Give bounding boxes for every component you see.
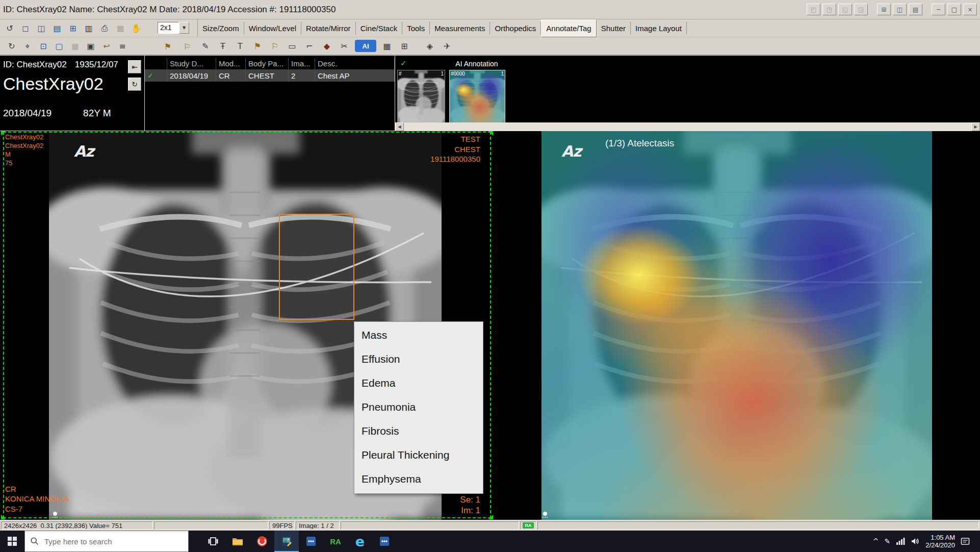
bookmark-outline-button[interactable]: ⚐ — [180, 40, 194, 53]
red-app-button[interactable] — [250, 531, 274, 552]
series-list-button[interactable]: ▥ — [82, 21, 95, 35]
chevron-down-icon[interactable]: ▼ — [179, 22, 189, 34]
arrange-windows-button[interactable]: ▤ — [909, 4, 922, 15]
menu-item-fibrosis[interactable]: Fibrosis — [354, 419, 483, 443]
corner-tool-button[interactable]: ⌐ — [303, 39, 316, 53]
image-viewer-app-button[interactable] — [274, 531, 299, 552]
scroll-left-button[interactable]: ◀ — [395, 122, 404, 131]
blank-tool-2-button[interactable]: ■ — [68, 39, 82, 53]
file-explorer-button[interactable] — [225, 531, 250, 552]
ai-annotation-button[interactable]: AI — [355, 40, 376, 52]
send-tool-button[interactable]: ✈ — [441, 39, 454, 53]
text-tool-2-button[interactable]: T — [234, 39, 247, 53]
maximize-button[interactable]: □ — [947, 4, 961, 15]
header-study-date[interactable]: Study D... — [167, 58, 216, 69]
text-tool-button[interactable]: Ŧ — [216, 39, 229, 53]
header-check-column[interactable] — [145, 58, 167, 69]
start-button[interactable] — [0, 531, 24, 552]
menu-item-pneumonia[interactable]: Pneumonia — [354, 395, 483, 419]
screen-layout-1-button[interactable]: ◰ — [807, 4, 820, 15]
header-body-part[interactable]: Body Pa... — [246, 58, 289, 69]
tab-size-zoom[interactable]: Size/Zoom — [198, 22, 244, 35]
volume-icon[interactable] — [911, 537, 920, 545]
tab-shutter[interactable]: Shutter — [597, 22, 631, 35]
flag-tool-button[interactable]: ⚑ — [251, 39, 264, 53]
show-hidden-icons-button[interactable]: ^ — [873, 537, 879, 545]
ra-app-button[interactable]: RA — [323, 531, 348, 552]
menu-item-effusion[interactable]: Effusion — [354, 347, 483, 371]
tab-annotate-tag[interactable]: Annotate/Tag — [541, 19, 596, 37]
tab-image-layout[interactable]: Image Layout — [631, 22, 687, 35]
probe-button[interactable]: ⌖ — [21, 39, 34, 53]
layout-combo[interactable]: 2x1 ▼ — [158, 22, 189, 34]
tab-orthopedics[interactable]: Orthopedics — [490, 22, 541, 35]
ai-annotation-box[interactable] — [279, 214, 354, 320]
close-button[interactable]: × — [963, 4, 977, 15]
viewport-single-button[interactable]: ◻ — [19, 21, 32, 35]
viewport-original[interactable]: ChestXray02 ChestXray02 M 75 TEST CHEST … — [0, 131, 494, 520]
taskbar-clock[interactable]: 1:05 AM 2/24/2020 — [925, 534, 955, 549]
pan-hand-button[interactable]: ✋ — [130, 21, 143, 35]
menu-item-edema[interactable]: Edema — [354, 371, 483, 395]
search-input[interactable] — [43, 537, 183, 546]
save-button[interactable]: ▣ — [84, 39, 97, 53]
viewport-stack-button[interactable]: ▤ — [50, 21, 64, 35]
thumbnail-scrollbar[interactable]: ◀ ▶ — [395, 122, 980, 131]
menu-item-mass[interactable]: Mass — [354, 323, 483, 347]
screen-layout-2-button[interactable]: ◳ — [822, 4, 836, 15]
minimize-button[interactable]: ─ — [932, 4, 945, 15]
menu-item-emphysema[interactable]: Emphysema — [354, 467, 483, 491]
dots-app-button[interactable] — [299, 531, 323, 552]
magnify-grid-button[interactable]: ⊡ — [37, 39, 50, 53]
layout-edit-button[interactable]: ⊞ — [398, 39, 411, 53]
cut-tool-button[interactable]: ✂ — [338, 39, 351, 53]
thumbnail-tag: # — [399, 71, 402, 77]
header-images[interactable]: Ima... — [289, 58, 315, 69]
notification-center-icon[interactable] — [961, 537, 970, 545]
tab-cine-stack[interactable]: Cine/Stack — [356, 22, 403, 35]
dots-app-2-button[interactable] — [372, 531, 397, 552]
ai-xray-image[interactable] — [541, 131, 932, 520]
undo-button[interactable]: ↺ — [3, 21, 16, 35]
collapse-panel-button[interactable]: ⇤ — [128, 60, 141, 73]
tile-windows-button[interactable]: ⊞ — [877, 4, 891, 15]
bookmark-button[interactable]: ⚑ — [161, 40, 174, 53]
redo-button[interactable]: ↻ — [5, 39, 18, 53]
network-icon[interactable] — [896, 537, 905, 545]
viewport-ai-result[interactable]: Az (1/3) Atelectasis — [494, 131, 980, 520]
viewer-grip-handle[interactable] — [53, 512, 58, 518]
tab-window-level[interactable]: Window/Level — [244, 22, 301, 35]
flag-tool-2-button[interactable]: ⚐ — [268, 39, 281, 53]
series-thumbnail-1[interactable]: # 1 — [397, 70, 445, 123]
tag-box-button[interactable]: ▭ — [286, 39, 299, 53]
viewport-grid-button[interactable]: ⊞ — [66, 21, 80, 35]
screen-layout-3-button[interactable]: ◱ — [838, 4, 852, 15]
table-tool-button[interactable]: ▦ — [380, 39, 394, 53]
tab-tools[interactable]: Tools — [402, 22, 430, 35]
stamp-tool-button[interactable]: ◈ — [423, 39, 436, 53]
header-modality[interactable]: Mod... — [216, 58, 246, 69]
monitor-button[interactable]: ▢ — [53, 39, 66, 53]
print-button[interactable]: ⎙ — [98, 21, 111, 35]
pen-tray-icon[interactable]: ✎ — [884, 537, 890, 545]
menu-item-pleural-thickening[interactable]: Pleural Thickening — [354, 443, 483, 467]
tab-rotate-mirror[interactable]: Rotate/Mirror — [301, 22, 356, 35]
taskbar-search[interactable] — [24, 531, 189, 552]
internet-explorer-button[interactable]: e — [348, 531, 372, 552]
tab-measurements[interactable]: Measurements — [430, 22, 490, 35]
viewer-grip-handle[interactable] — [543, 512, 548, 518]
align-button[interactable]: ≡ — [116, 39, 129, 53]
screen-layout-4-button[interactable]: ◲ — [854, 4, 868, 15]
scroll-right-button[interactable]: ▶ — [971, 122, 980, 131]
refresh-button[interactable]: ↻ — [128, 78, 141, 91]
series-thumbnail-ai[interactable]: #0000 1 — [449, 70, 505, 123]
viewport-dual-button[interactable]: ◫ — [35, 21, 48, 35]
study-row[interactable]: ✓ 2018/04/19 CR CHEST 2 Chest AP — [145, 69, 395, 82]
header-description[interactable]: Desc. — [315, 58, 395, 69]
blank-tool-button[interactable]: ■ — [114, 21, 127, 35]
pencil-button[interactable]: ✎ — [199, 39, 212, 53]
cascade-windows-button[interactable]: ◫ — [893, 4, 907, 15]
polygon-tool-button[interactable]: ◆ — [320, 39, 333, 53]
task-view-button[interactable] — [201, 531, 225, 552]
back-button[interactable]: ↩ — [100, 39, 113, 53]
